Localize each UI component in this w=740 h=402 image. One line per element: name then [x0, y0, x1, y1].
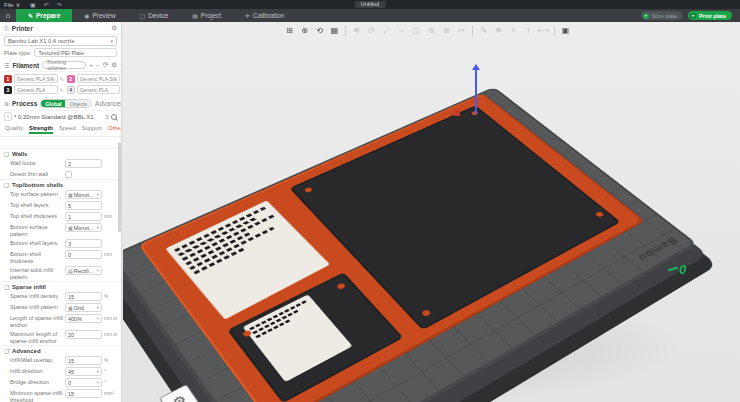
- scope-global[interactable]: Global: [41, 100, 65, 107]
- param-unit: mm or %: [104, 314, 117, 323]
- param-tab-speed[interactable]: Speed: [59, 125, 76, 134]
- plate-type-select[interactable]: Textured PEI Plate: [34, 48, 117, 57]
- param-control: 15%: [65, 356, 117, 365]
- param-tab-others[interactable]: Others: [108, 125, 122, 134]
- param-input[interactable]: 1: [65, 212, 102, 221]
- section-header-top-bottom-shells: ❑Top/bottom shells: [0, 179, 121, 189]
- add-object-icon[interactable]: ⊞: [283, 24, 296, 37]
- param-select[interactable]: ▦Monotonic▾: [65, 190, 102, 199]
- param-control: 15mm²: [65, 389, 117, 398]
- titlebar-quick-icons: ▣↶↷: [26, 1, 66, 8]
- process-preset-select[interactable]: * 0.20mm Standard @BBL X1: [14, 114, 103, 120]
- printer-preset-select[interactable]: Bambu Lab X1 0.4 nozzle ▾: [4, 36, 117, 46]
- print-dropdown-icon[interactable]: ▾: [690, 13, 696, 19]
- filament-name[interactable]: Generic PLA Silk: [77, 74, 121, 83]
- search-icon[interactable]: [111, 114, 117, 120]
- arrange-icon[interactable]: ▦: [328, 24, 341, 37]
- param-input[interactable]: 15: [65, 292, 102, 301]
- home-icon[interactable]: ⌂: [0, 9, 16, 22]
- param-value: Monotonic: [74, 192, 97, 198]
- printer-settings-gear-icon[interactable]: ⚙: [111, 24, 117, 32]
- seam-icon: ⌖: [507, 24, 520, 37]
- param-control: 400%▾mm or %: [65, 314, 117, 323]
- calibration-icon: ✛: [245, 12, 250, 19]
- param-sections: ❑WallsWall loops2Detect thin wall❑Top/bo…: [0, 148, 121, 402]
- param-select[interactable]: ▦Monotonic▾: [65, 223, 102, 232]
- param-select[interactable]: 400%▾: [65, 314, 102, 323]
- tab-prepare[interactable]: ✎Prepare: [16, 9, 72, 22]
- param-control: ▦Grid▾: [65, 303, 117, 312]
- param-input[interactable]: 15: [65, 356, 102, 365]
- param-label: Sparse infill pattern: [10, 303, 65, 311]
- printer-icon: ⎙: [4, 25, 9, 32]
- flushing-volumes-button[interactable]: Flushing volumes: [42, 61, 86, 69]
- param-tab-quality[interactable]: Quality: [5, 125, 23, 134]
- compare-presets-icon[interactable]: ≡: [105, 114, 109, 120]
- param-select[interactable]: ▤Rectilinear▾: [65, 266, 102, 275]
- auto-orient-icon[interactable]: ⟲: [313, 24, 326, 37]
- save-icon[interactable]: ▣: [30, 2, 36, 8]
- paint-support-icon: ✎: [477, 24, 490, 37]
- tab-calibration-label: Calibration: [253, 12, 284, 19]
- advanced-label: Advanced: [95, 100, 122, 107]
- param-value: 15: [68, 358, 74, 364]
- param-value: 15: [68, 391, 74, 397]
- slice-dropdown-icon[interactable]: ▾: [643, 13, 649, 19]
- param-row: Bottom surface pattern▦Monotonic▾: [0, 222, 121, 238]
- filament-color-swatch[interactable]: 4: [67, 86, 75, 94]
- param-row: Maximum length of sparse infill anchor20…: [0, 329, 121, 345]
- edit-filament-icon[interactable]: ✎: [60, 76, 64, 82]
- add-plate-icon[interactable]: ⊕: [298, 24, 311, 37]
- add-filament-icon[interactable]: +: [89, 62, 93, 69]
- process-scope-toggle[interactable]: GlobalObjects: [40, 99, 92, 108]
- filament-name[interactable]: Generic PLA Silk: [14, 74, 58, 83]
- sidebar-scrollbar[interactable]: [118, 142, 121, 232]
- filament-settings-gear-icon[interactable]: ⚙: [111, 61, 117, 69]
- filament-name[interactable]: Generic PLA: [77, 85, 121, 94]
- viewport-3d[interactable]: ⊞⊕⟲▦✥⟳⤢⇔◫⧉≣✂✎❖⌖T⟷▣ Bambu: [123, 22, 740, 402]
- sync-filament-icon[interactable]: ⟳: [103, 61, 108, 69]
- param-select[interactable]: ▦Grid▾: [65, 303, 102, 312]
- filament-section-title: Filament: [12, 62, 39, 69]
- param-tab-strength[interactable]: Strength: [29, 125, 53, 134]
- param-row: Bottom shell layers3: [0, 238, 121, 249]
- param-checkbox[interactable]: [65, 171, 72, 178]
- print-plate-button[interactable]: ▾ Print plate: [688, 11, 732, 20]
- rotate-icon: ⟳: [365, 24, 378, 37]
- param-tab-support[interactable]: Support: [82, 125, 102, 134]
- settings-sidebar: ⎙ Printer ⚙ Bambu Lab X1 0.4 nozzle ▾ Pl…: [0, 22, 122, 402]
- remove-filament-icon[interactable]: −: [96, 62, 100, 69]
- param-input[interactable]: 15: [65, 389, 102, 398]
- tab-project[interactable]: ▤Project: [180, 9, 233, 22]
- param-input[interactable]: 20: [65, 330, 102, 339]
- undo-icon[interactable]: ↶: [44, 2, 49, 8]
- filament-name[interactable]: Generic PLA: [14, 85, 58, 94]
- param-input[interactable]: 3: [65, 239, 102, 248]
- param-select[interactable]: 45▾: [65, 367, 102, 376]
- filament-color-swatch[interactable]: 2: [67, 75, 75, 83]
- scope-objects[interactable]: Objects: [65, 100, 91, 107]
- param-label: Minimum sparse infill threshold: [10, 389, 65, 402]
- tab-preview[interactable]: ◉Preview: [72, 9, 127, 22]
- param-input[interactable]: 5: [65, 201, 102, 210]
- assembly-view-icon[interactable]: ▣: [559, 24, 572, 37]
- scene-3d: Bambu: [123, 22, 740, 402]
- tab-device[interactable]: ▢Device: [128, 9, 181, 22]
- preset-collapse-icon[interactable]: ∨: [4, 112, 12, 121]
- param-input[interactable]: 0: [65, 250, 102, 259]
- pattern-icon: ▦: [68, 225, 73, 231]
- tab-calibration[interactable]: ✛Calibration: [233, 9, 296, 22]
- section-header-walls: ❑Walls: [0, 148, 121, 158]
- move-icon: ✥: [350, 24, 363, 37]
- file-menu[interactable]: File ∨: [4, 1, 20, 8]
- slice-plate-button[interactable]: ▾ Slice plate: [641, 11, 683, 20]
- filament-color-swatch[interactable]: 1: [4, 75, 12, 83]
- edit-filament-icon[interactable]: ✎: [60, 87, 64, 93]
- param-control: 15%: [65, 292, 117, 301]
- redo-icon[interactable]: ↷: [57, 2, 62, 8]
- filament-color-swatch[interactable]: 3: [4, 86, 12, 94]
- param-control: ▦Monotonic▾: [65, 223, 117, 232]
- param-select[interactable]: 0▾: [65, 378, 102, 387]
- section-icon: ❑: [4, 151, 9, 157]
- param-input[interactable]: 2: [65, 159, 102, 168]
